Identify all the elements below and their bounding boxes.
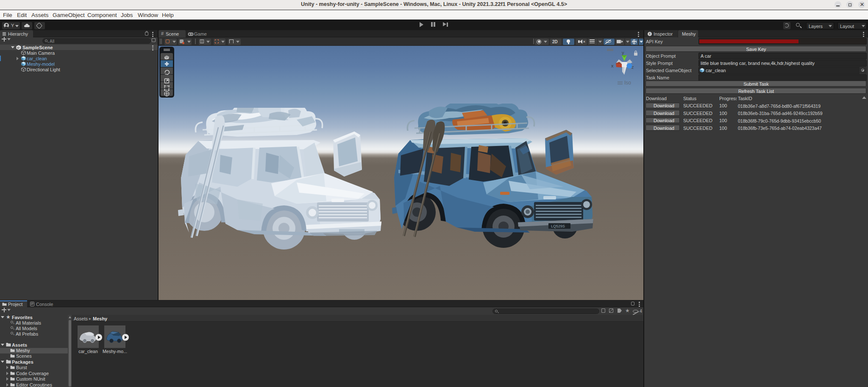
svg-text:x: x xyxy=(611,63,614,68)
svg-text:y: y xyxy=(622,50,624,55)
svg-text:z: z xyxy=(632,64,634,70)
svg-text:LQ529S: LQ529S xyxy=(551,224,565,228)
